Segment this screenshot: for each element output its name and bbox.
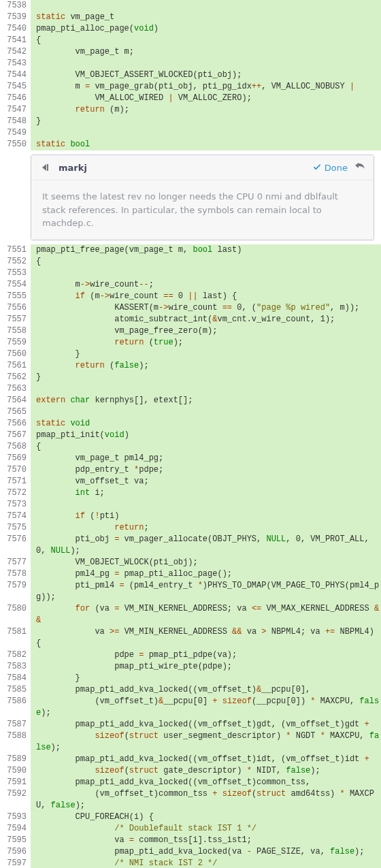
code-content[interactable]: pmap_pti_add_kva_locked((vm_offset_t)idt… (31, 754, 381, 765)
line-number: 7562 (0, 372, 31, 383)
code-content[interactable]: pmap_pti_wire_pte(pdpe); (31, 661, 381, 673)
line-number: 7571 (0, 476, 31, 487)
code-content[interactable]: return (false); (31, 360, 381, 372)
code-content[interactable]: static bool (31, 139, 381, 150)
code-line: 7586 (vm_offset_t)&__pcpu[0] + sizeof(__… (0, 696, 381, 719)
done-button[interactable]: Done (312, 163, 348, 173)
code-content[interactable]: /* NMI stack IST 2 */ (31, 858, 381, 869)
line-number: 7547 (0, 104, 31, 116)
code-content[interactable]: static void (31, 418, 381, 430)
comment-body: It seems the latest rev no longer needs … (31, 180, 374, 240)
code-line: 7582 pdpe = pmap_pti_pdpe(va); (0, 649, 381, 661)
code-content[interactable]: pmap_pti_add_kva_locked((vm_offset_t)&__… (31, 684, 381, 696)
code-content[interactable] (31, 0, 381, 12)
code-content[interactable]: sizeof(struct gate_descriptor) * NIDT, f… (31, 765, 381, 777)
line-number: 7593 (0, 811, 31, 823)
code-content[interactable]: m = vm_page_grab(pti_obj, pti_pg_idx++, … (31, 81, 381, 93)
code-content[interactable]: CPU_FOREACH(i) { (31, 811, 381, 823)
code-content[interactable]: vm_page_free_zero(m); (31, 325, 381, 337)
code-line: 7593 CPU_FOREACH(i) { (0, 811, 381, 823)
code-line: 7567pmap_pti_init(void) (0, 430, 381, 441)
code-line: 7556 KASSERT(m->wire_count == 0, ("page … (0, 302, 381, 314)
code-content[interactable] (31, 268, 381, 279)
line-number: 7574 (0, 511, 31, 522)
code-content[interactable]: sizeof(struct user_segment_descriptor) *… (31, 730, 381, 754)
code-content[interactable]: } (31, 372, 381, 383)
code-line: 7574 if (!pti) (0, 511, 381, 522)
line-number: 7545 (0, 81, 31, 93)
line-number: 7543 (0, 58, 31, 69)
code-content[interactable]: va >= VM_MIN_KERNEL_ADDRESS && va > NBPM… (31, 626, 381, 649)
reply-icon[interactable] (354, 161, 365, 174)
code-line: 7550static bool (0, 139, 381, 150)
line-number: 7564 (0, 395, 31, 406)
code-content[interactable] (31, 406, 381, 418)
code-content[interactable]: pdpe = pmap_pti_pdpe(va); (31, 649, 381, 661)
code-content[interactable]: VM_OBJECT_WLOCK(pti_obj); (31, 557, 381, 568)
rewind-icon[interactable] (39, 161, 53, 174)
line-number: 7560 (0, 349, 31, 360)
code-content[interactable]: vm_offset_t va; (31, 476, 381, 487)
code-line: 7542 vm_page_t m; (0, 46, 381, 58)
line-number: 7551 (0, 244, 31, 256)
code-content[interactable]: /* Doublefault stack IST 1 */ (31, 823, 381, 835)
line-number: 7555 (0, 291, 31, 302)
code-content[interactable]: int i; (31, 487, 381, 499)
line-number: 7561 (0, 360, 31, 372)
code-content[interactable]: static vm_page_t (31, 12, 381, 23)
code-content[interactable] (31, 58, 381, 69)
code-content[interactable]: pti_pml4 = (pml4_entry_t *)PHYS_TO_DMAP(… (31, 580, 381, 603)
code-content[interactable]: pmap_pti_add_kva_locked((vm_offset_t)com… (31, 777, 381, 788)
code-line: 7589 pmap_pti_add_kva_locked((vm_offset_… (0, 754, 381, 765)
line-number: 7585 (0, 684, 31, 696)
code-content[interactable] (31, 383, 381, 395)
code-content[interactable]: pml4_pg = pmap_pti_alloc_page(); (31, 568, 381, 580)
code-line: 7564extern char kernphys[], etext[]; (0, 395, 381, 406)
code-content[interactable]: VM_ALLOC_WIRED | VM_ALLOC_ZERO); (31, 93, 381, 104)
code-content[interactable]: pmap_pti_alloc_page(void) (31, 23, 381, 35)
code-line: 7560 } (0, 349, 381, 360)
code-content[interactable]: pti_obj = vm_pager_allocate(OBJT_PHYS, N… (31, 534, 381, 557)
code-content[interactable]: { (31, 441, 381, 453)
code-content[interactable]: pdp_entry_t *pdpe; (31, 464, 381, 476)
code-content[interactable] (31, 127, 381, 139)
code-content[interactable]: { (31, 35, 381, 46)
code-content[interactable]: } (31, 673, 381, 684)
code-content[interactable]: pmap_pti_add_kva_locked((vm_offset_t)gdt… (31, 719, 381, 730)
line-number: 7540 (0, 23, 31, 35)
code-content[interactable]: return (m); (31, 104, 381, 116)
code-content[interactable]: m->wire_count--; (31, 279, 381, 291)
code-content[interactable]: return; (31, 522, 381, 534)
code-content[interactable]: for (va = VM_MIN_KERNEL_ADDRESS; va <= V… (31, 603, 381, 626)
line-number: 7556 (0, 302, 31, 314)
code-content[interactable]: KASSERT(m->wire_count == 0, ("page %p wi… (31, 302, 381, 314)
code-content[interactable]: if (!pti) (31, 511, 381, 522)
code-content[interactable]: vm_page_t m; (31, 46, 381, 58)
code-content[interactable]: vm_page_t pml4_pg; (31, 453, 381, 464)
code-content[interactable]: pmap_pti_free_page(vm_page_t m, bool las… (31, 244, 381, 256)
line-number: 7581 (0, 626, 31, 649)
line-number: 7542 (0, 46, 31, 58)
code-content[interactable]: VM_OBJECT_ASSERT_WLOCKED(pti_obj); (31, 69, 381, 81)
code-content[interactable]: pmap_pti_init(void) (31, 430, 381, 441)
code-content[interactable]: atomic_subtract_int(&vm_cnt.v_wire_count… (31, 314, 381, 325)
code-line: 7553 (0, 268, 381, 279)
code-content[interactable]: return (true); (31, 337, 381, 349)
code-content[interactable]: (vm_offset_t)&__pcpu[0] + sizeof(__pcpu[… (31, 696, 381, 719)
comment-header: markj Done (31, 155, 374, 180)
code-content[interactable] (31, 499, 381, 511)
code-content[interactable]: pmap_pti_add_kva_locked(va - PAGE_SIZE, … (31, 846, 381, 858)
code-content[interactable]: extern char kernphys[], etext[]; (31, 395, 381, 406)
code-content[interactable]: (vm_offset_t)common_tss + sizeof(struct … (31, 788, 381, 811)
code-content[interactable]: } (31, 116, 381, 127)
code-content[interactable]: } (31, 349, 381, 360)
line-number: 7575 (0, 522, 31, 534)
comment-author[interactable]: markj (59, 163, 312, 173)
code-content[interactable]: { (31, 256, 381, 268)
code-content[interactable]: if (m->wire_count == 0 || last) { (31, 291, 381, 302)
code-line: 7559 return (true); (0, 337, 381, 349)
code-content[interactable]: va = common_tss[i].tss_ist1; (31, 835, 381, 846)
line-number: 7597 (0, 858, 31, 869)
line-number: 7570 (0, 464, 31, 476)
line-number: 7550 (0, 139, 31, 150)
